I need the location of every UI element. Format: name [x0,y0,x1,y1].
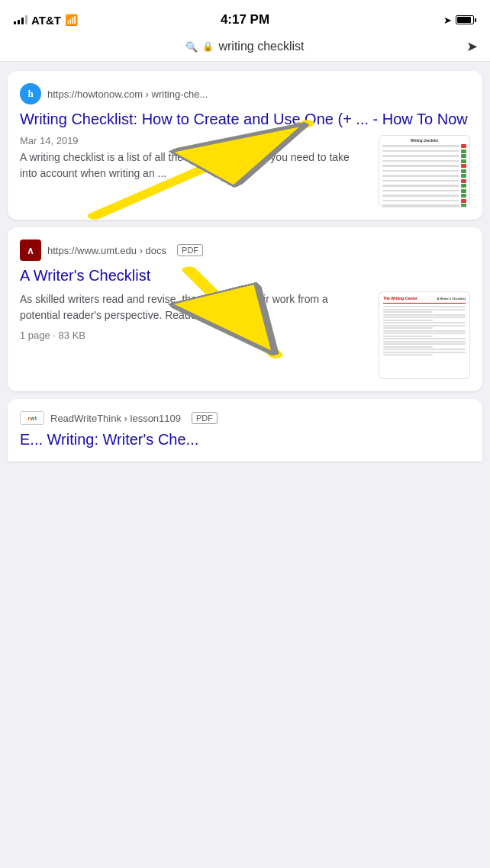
result-text-1: Mar 14, 2019 A writing checklist is a li… [20,135,369,182]
thumb2-line [383,309,466,310]
status-left: AT&T 📶 [14,14,78,27]
result-snippet-2: As skilled writers read and revise, they… [20,291,369,323]
thumb2-line [383,330,466,332]
search-bar[interactable]: 🔍 🔒 writing checklist ➤ [0,34,490,62]
result-title-3[interactable]: E... Writing: Writer's Che... [20,429,470,449]
result-date-1: Mar 14, 2019 [20,135,369,146]
thumb2-divider [383,303,466,304]
result-link-1[interactable]: Writing Checklist: How to Create and Use… [20,111,468,127]
thumb2-line [383,311,433,313]
rwt-logo: r w t [20,411,44,425]
thumb2-line [383,314,466,316]
thumb2-line [383,325,466,326]
result-body-2: As skilled writers read and revise, they… [20,291,470,379]
result-card-2: ∧ https://www.umt.edu › docs PDF A Write… [8,227,482,391]
thumb2-lines [383,306,466,355]
status-bar: AT&T 📶 4:17 PM ➤ [0,0,490,34]
search-bar-inner: 🔍 🔒 writing checklist [185,40,304,53]
thumbnail-rows-1 [382,144,466,207]
result-link-3[interactable]: E... Writing: Writer's Che... [20,431,198,448]
search-results: h https://howtonow.com › writing-che... … [0,62,490,471]
thumb2-line [383,322,466,323]
status-right: ➤ [443,14,476,26]
result-meta-2: 1 page · 83 KB [20,330,369,341]
result-card-1: h https://howtonow.com › writing-che... … [8,71,482,220]
site-row-3: r w t ReadWriteThink › lesson1109 PDF [20,411,470,425]
wifi-icon: 📶 [65,14,78,26]
thumb2-line [383,354,433,355]
site-favicon-1: h [20,83,41,104]
thumb2-line [383,352,466,353]
result-text-2: As skilled writers read and revise, they… [20,291,369,341]
thumb2-line [383,349,466,350]
site-row-1: h https://howtonow.com › writing-che... [20,83,470,104]
signal-bars-icon [14,15,27,24]
thumb2-line [383,336,433,337]
location-icon: ➤ [443,14,452,26]
thumb2-line [383,306,466,307]
search-query[interactable]: writing checklist [218,40,304,53]
thumbnail-title-1: Writing checklist [382,139,466,143]
result-link-2[interactable]: A Writer's Checklist [20,267,150,284]
site-url-2: https://www.umt.edu › docs [47,245,166,256]
thumb2-line [383,346,433,348]
site-url-1: https://howtonow.com › writing-che... [47,88,208,100]
battery-icon [456,15,476,24]
lock-icon: 🔒 [202,41,214,52]
carrier-label: AT&T [31,14,61,27]
site-favicon-2: ∧ [20,240,41,261]
rwt-t: t [35,416,37,421]
thumb2-line [383,327,433,329]
thumb2-logo: The Writing Center [383,296,417,301]
thumb2-header: The Writing Center A Writer's Checklist [383,296,466,301]
thumb2-line [383,333,466,334]
thumb2-line [383,317,466,318]
result-thumbnail-2: The Writing Center A Writer's Checklist [379,291,470,379]
site-url-3: ReadWriteThink › lesson1109 [50,413,181,424]
result-thumbnail-1: Writing checklist [379,135,470,207]
result-body-1: Mar 14, 2019 A writing checklist is a li… [20,135,470,207]
result-title-2[interactable]: A Writer's Checklist [20,265,470,285]
pdf-badge-2: PDF [177,244,203,256]
thumb2-line [383,341,466,342]
thumb2-line [383,338,466,339]
search-icon: 🔍 [185,41,198,53]
rwt-badge: r w t [20,411,44,425]
result-snippet-1: A writing checklist is a list of all the… [20,149,369,182]
site-row-2: ∧ https://www.umt.edu › docs PDF [20,240,470,261]
result-card-3: r w t ReadWriteThink › lesson1109 PDF E.… [8,399,482,461]
thumb2-doc-title: A Writer's Checklist [437,297,466,301]
result-title-1[interactable]: Writing Checklist: How to Create and Use… [20,109,470,129]
rwt-w: w [31,416,34,421]
navigate-icon[interactable]: ➤ [466,38,478,55]
time-label: 4:17 PM [221,12,269,27]
thumb2-line [383,320,433,321]
rwt-r: r [27,416,29,421]
pdf-badge-3: PDF [192,412,218,424]
thumb2-line [383,343,466,345]
